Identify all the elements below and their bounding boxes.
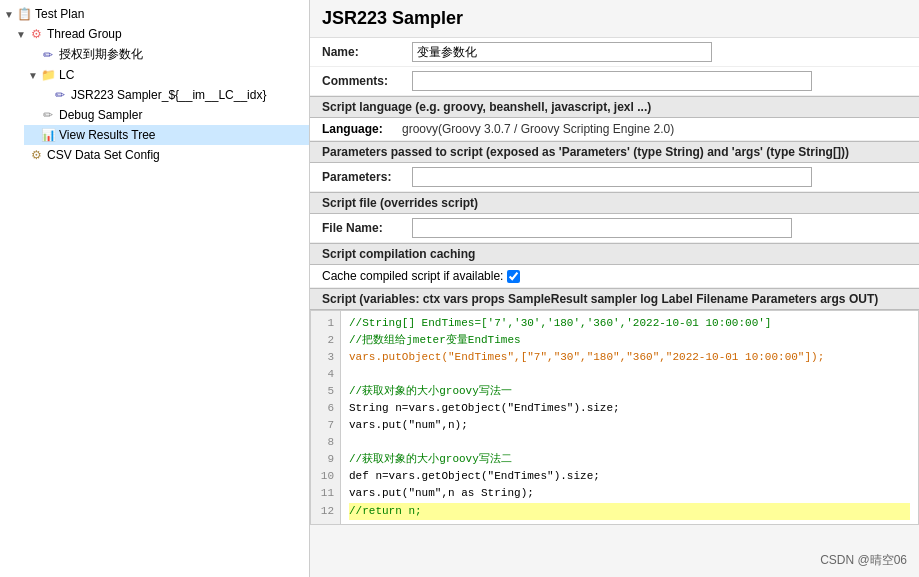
code-line-6: String n=vars.getObject("EndTimes").size… [349, 400, 910, 417]
script-lang-header: Script language (e.g. groovy, beanshell,… [310, 96, 919, 118]
params-row: Parameters: [310, 163, 919, 192]
tree-label-thread-group: Thread Group [47, 27, 122, 41]
expand-lc[interactable]: ▼ [28, 70, 38, 80]
line-numbers: 12345 678910 1112 [311, 311, 341, 524]
cache-checkbox[interactable] [507, 270, 520, 283]
filename-row: File Name: [310, 214, 919, 243]
jsr223-icon: ✏ [52, 87, 68, 103]
code-content[interactable]: //String[] EndTimes=['7','30','180','360… [341, 311, 918, 524]
tree-item-lc[interactable]: ▼ 📁 LC [24, 65, 309, 85]
params-input[interactable] [412, 167, 812, 187]
filename-input[interactable] [412, 218, 792, 238]
lang-row: Language: groovy (Groovy 3.0.7 / Groovy … [310, 118, 919, 141]
tree-label-jsr223: JSR223 Sampler_${__im__LC__idx} [71, 88, 266, 102]
comments-label: Comments: [322, 74, 412, 88]
code-body: 12345 678910 1112 //String[] EndTimes=['… [311, 311, 918, 524]
tree-label-view-results: View Results Tree [59, 128, 156, 142]
code-line-5: //获取对象的大小groovy写法一 [349, 383, 910, 400]
debug-icon: ✏ [40, 107, 56, 123]
tree-label-auth: 授权到期参数化 [59, 46, 143, 63]
tree-item-view-results[interactable]: ▶ 📊 View Results Tree [24, 125, 309, 145]
lang-label: Language: [322, 122, 402, 136]
comments-input[interactable] [412, 71, 812, 91]
cache-row: Cache compiled script if available: [310, 265, 919, 288]
tree-label-lc: LC [59, 68, 74, 82]
name-label: Name: [322, 45, 412, 59]
lc-icon: 📁 [40, 67, 56, 83]
panel-title: JSR223 Sampler [310, 0, 919, 38]
tree-item-test-plan[interactable]: ▼ 📋 Test Plan [0, 4, 309, 24]
left-tree-panel: ▼ 📋 Test Plan ▼ ⚙ Thread Group ▶ ✏ 授权到期参… [0, 0, 310, 577]
comments-row: Comments: [310, 67, 919, 96]
code-line-1: //String[] EndTimes=['7','30','180','360… [349, 315, 910, 332]
right-panel: JSR223 Sampler Name: Comments: Script la… [310, 0, 919, 577]
name-row: Name: [310, 38, 919, 67]
tree-item-csv[interactable]: ▶ ⚙ CSV Data Set Config [12, 145, 309, 165]
tree-item-auth[interactable]: ▶ ✏ 授权到期参数化 [24, 44, 309, 65]
code-editor[interactable]: 12345 678910 1112 //String[] EndTimes=['… [310, 310, 919, 525]
params-label: Parameters: [322, 170, 412, 184]
code-line-4 [349, 366, 910, 383]
cache-label: Cache compiled script if available: [322, 269, 503, 283]
view-results-icon: 📊 [40, 127, 56, 143]
code-line-12: //return n; [349, 503, 910, 520]
script-file-header: Script file (overrides script) [310, 192, 919, 214]
script-code-header: Script (variables: ctx vars props Sample… [310, 288, 919, 310]
expand-test-plan[interactable]: ▼ [4, 9, 14, 19]
code-line-11: vars.put("num",n as String); [349, 485, 910, 502]
filename-label: File Name: [322, 221, 412, 235]
tree-item-debug[interactable]: ▶ ✏ Debug Sampler [24, 105, 309, 125]
tree-item-jsr223[interactable]: ▶ ✏ JSR223 Sampler_${__im__LC__idx} [36, 85, 309, 105]
lang-detail: (Groovy 3.0.7 / Groovy Scripting Engine … [438, 122, 674, 136]
code-line-8 [349, 434, 910, 451]
cache-header: Script compilation caching [310, 243, 919, 265]
code-line-2: //把数组给jmeter变量EndTimes [349, 332, 910, 349]
csv-icon: ⚙ [28, 147, 44, 163]
lang-value: groovy [402, 122, 438, 136]
tree-label-csv: CSV Data Set Config [47, 148, 160, 162]
test-plan-icon: 📋 [16, 6, 32, 22]
code-line-3: vars.putObject("EndTimes",["7","30","180… [349, 349, 910, 366]
auth-icon: ✏ [40, 47, 56, 63]
tree-label-test-plan: Test Plan [35, 7, 84, 21]
code-line-9: //获取对象的大小groovy写法二 [349, 451, 910, 468]
code-line-10: def n=vars.getObject("EndTimes").size; [349, 468, 910, 485]
expand-thread-group[interactable]: ▼ [16, 29, 26, 39]
thread-group-icon: ⚙ [28, 26, 44, 42]
tree-label-debug: Debug Sampler [59, 108, 142, 122]
params-header: Parameters passed to script (exposed as … [310, 141, 919, 163]
tree-item-thread-group[interactable]: ▼ ⚙ Thread Group [12, 24, 309, 44]
code-line-7: vars.put("num",n); [349, 417, 910, 434]
name-input[interactable] [412, 42, 712, 62]
watermark: CSDN @晴空06 [820, 552, 907, 569]
